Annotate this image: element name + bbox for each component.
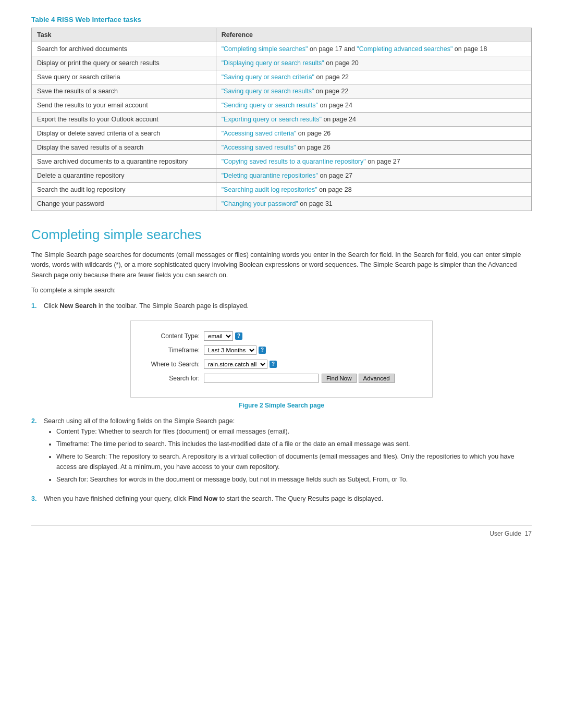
- new-search-bold: New Search: [60, 302, 97, 310]
- table-ref-cell: "Changing your password" on page 31: [216, 197, 531, 211]
- table-task-cell: Search for archived documents: [32, 42, 216, 56]
- reference-link[interactable]: "Completing advanced searches": [357, 45, 452, 53]
- reference-text: on page 26: [296, 130, 331, 137]
- page-footer: User Guide 17: [31, 525, 532, 537]
- table-ref-cell: "Copying saved results to a quarantine r…: [216, 155, 531, 169]
- search-for-input[interactable]: [204, 374, 319, 383]
- reference-link[interactable]: "Accessing saved results": [222, 144, 296, 151]
- step-2-content: Search using all of the following fields…: [44, 416, 532, 489]
- riss-tasks-table: Task Reference Search for archived docum…: [31, 28, 532, 211]
- content-type-select[interactable]: email: [204, 331, 233, 341]
- reference-link[interactable]: "Sending query or search results": [222, 102, 318, 109]
- step-1-text: Click New Search in the toolbar. The Sim…: [44, 301, 249, 311]
- list-item: Where to Search: The repository to searc…: [56, 451, 532, 472]
- search-screenshot: Content Type: email ? Timeframe: Last 3 …: [130, 320, 433, 398]
- list-item: Content Type: Whether to search for file…: [56, 426, 532, 437]
- table-task-cell: Search the audit log repository: [32, 183, 216, 197]
- reference-text: on page 31: [298, 200, 333, 207]
- page-number: 17: [525, 530, 532, 537]
- reference-link[interactable]: "Exporting query or search results": [222, 116, 322, 123]
- section-heading: Completing simple searches: [31, 227, 532, 243]
- reference-link[interactable]: "Saving query or search criteria": [222, 73, 314, 81]
- reference-text: on page 22: [314, 88, 348, 95]
- table-heading: Table 4 RISS Web Interface tasks: [31, 16, 532, 23]
- step-3-text: When you have finished defining your que…: [44, 494, 383, 504]
- table-task-cell: Display the saved results of a search: [32, 141, 216, 155]
- where-to-search-label: Where to Search:: [141, 361, 204, 368]
- advanced-button[interactable]: Advanced: [359, 374, 395, 383]
- step-3: 3. When you have finished defining your …: [31, 494, 532, 504]
- table-task-cell: Save the results of a search: [32, 84, 216, 98]
- reference-text: on page 17 and: [308, 45, 357, 53]
- reference-text: on page 27: [366, 158, 400, 165]
- content-type-help-icon[interactable]: ?: [235, 332, 242, 340]
- table-ref-cell: "Saving query or search criteria" on pag…: [216, 70, 531, 84]
- content-type-row: Content Type: email ?: [141, 331, 417, 341]
- reference-link[interactable]: "Accessing saved criteria": [222, 130, 297, 137]
- reference-text: on page 27: [318, 172, 352, 179]
- simple-searches-section: Completing simple searches The Simple Se…: [31, 227, 532, 504]
- step-2: 2. Search using all of the following fie…: [31, 416, 532, 489]
- intro-paragraph: The Simple Search page searches for docu…: [31, 250, 532, 280]
- step-2-text: Search using all of the following fields…: [44, 417, 235, 425]
- step-1-number: 1.: [31, 301, 40, 311]
- figure-caption: Figure 2 Simple Search page: [31, 402, 532, 409]
- reference-link[interactable]: "Changing your password": [222, 200, 298, 207]
- table-ref-cell: "Displaying query or search results" on …: [216, 56, 531, 70]
- reference-text: on page 22: [314, 73, 349, 81]
- reference-text: on page 18: [452, 45, 487, 53]
- col-reference: Reference: [216, 28, 531, 42]
- timeframe-label: Timeframe:: [141, 347, 204, 354]
- table-section: Table 4 RISS Web Interface tasks Task Re…: [31, 16, 532, 211]
- reference-link[interactable]: "Copying saved results to a quarantine r…: [222, 158, 366, 165]
- table-ref-cell: "Searching audit log repositories" on pa…: [216, 183, 531, 197]
- step-3-number: 3.: [31, 494, 40, 504]
- reference-link[interactable]: "Completing simple searches": [222, 45, 308, 53]
- where-to-search-row: Where to Search: rain.store.catch all ?: [141, 360, 417, 369]
- reference-text: on page 28: [317, 186, 352, 193]
- where-to-search-help-icon[interactable]: ?: [270, 361, 277, 368]
- table-task-cell: Export the results to your Outlook accou…: [32, 113, 216, 127]
- where-to-search-select[interactable]: rain.store.catch all: [204, 360, 267, 369]
- reference-text: on page 26: [296, 144, 331, 151]
- timeframe-row: Timeframe: Last 3 Months ?: [141, 346, 417, 355]
- find-now-button[interactable]: Find Now: [322, 374, 357, 383]
- reference-text: on page 24: [318, 102, 352, 109]
- timeframe-help-icon[interactable]: ?: [259, 347, 266, 354]
- table-ref-cell: "Completing simple searches" on page 17 …: [216, 42, 531, 56]
- search-for-row: Search for: Find Now Advanced: [141, 374, 417, 383]
- table-task-cell: Change your password: [32, 197, 216, 211]
- reference-link[interactable]: "Saving query or search results": [222, 88, 314, 95]
- col-task: Task: [32, 28, 216, 42]
- step-2-number: 2.: [31, 416, 40, 489]
- footer-label: User Guide: [489, 530, 521, 537]
- table-ref-cell: "Sending query or search results" on pag…: [216, 98, 531, 113]
- search-for-label: Search for:: [141, 375, 204, 382]
- table-task-cell: Save query or search criteria: [32, 70, 216, 84]
- content-type-label: Content Type:: [141, 332, 204, 340]
- table-task-cell: Send the results to your email account: [32, 98, 216, 113]
- table-ref-cell: "Saving query or search results" on page…: [216, 84, 531, 98]
- step-1: 1. Click New Search in the toolbar. The …: [31, 301, 532, 311]
- table-task-cell: Delete a quarantine repository: [32, 169, 216, 183]
- table-ref-cell: "Deleting quarantine repositories" on pa…: [216, 169, 531, 183]
- reference-text: on page 24: [322, 116, 356, 123]
- reference-text: on page 20: [324, 59, 359, 67]
- table-ref-cell: "Accessing saved results" on page 26: [216, 141, 531, 155]
- table-task-cell: Display or delete saved criteria of a se…: [32, 127, 216, 141]
- reference-link[interactable]: "Deleting quarantine repositories": [222, 172, 318, 179]
- timeframe-select[interactable]: Last 3 Months: [204, 346, 256, 355]
- step-intro: To complete a simple search:: [31, 286, 532, 295]
- reference-link[interactable]: "Displaying query or search results": [222, 59, 324, 67]
- table-ref-cell: "Exporting query or search results" on p…: [216, 113, 531, 127]
- list-item: Search for: Searches for words in the do…: [56, 474, 532, 485]
- search-fields-list: Content Type: Whether to search for file…: [44, 426, 532, 485]
- table-task-cell: Display or print the query or search res…: [32, 56, 216, 70]
- table-task-cell: Save archived documents to a quarantine …: [32, 155, 216, 169]
- list-item: Timeframe: The time period to search. Th…: [56, 439, 532, 449]
- reference-link[interactable]: "Searching audit log repositories": [222, 186, 317, 193]
- table-ref-cell: "Accessing saved criteria" on page 26: [216, 127, 531, 141]
- find-now-bold: Find Now: [188, 495, 217, 502]
